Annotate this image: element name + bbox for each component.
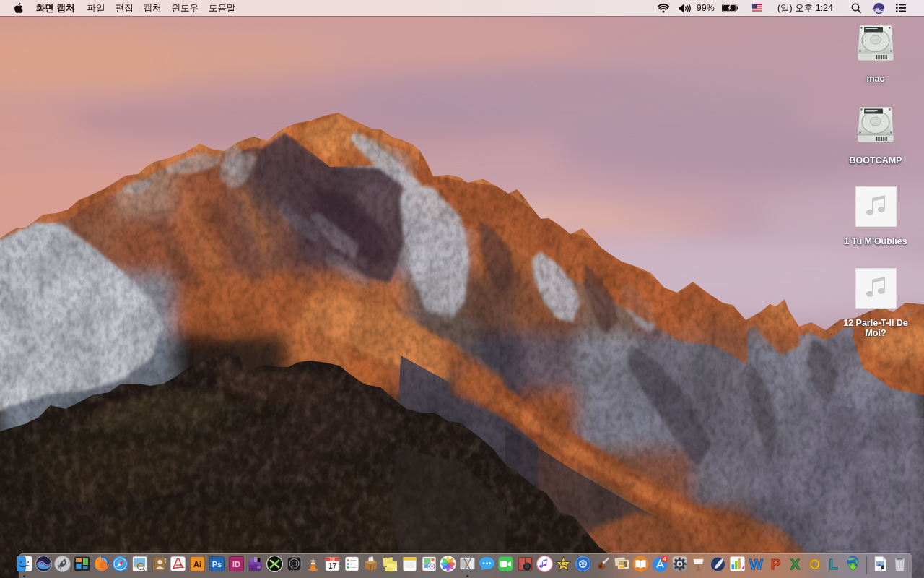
svg-text:O: O (808, 556, 820, 572)
svg-text:Ai: Ai (193, 560, 201, 569)
svg-text:W: W (749, 556, 763, 572)
svg-text:PDF: PDF (879, 568, 883, 571)
svg-text:Ps: Ps (212, 560, 222, 569)
svg-text:ID: ID (232, 560, 240, 569)
svg-text:P: P (771, 556, 780, 572)
svg-text:L: L (829, 556, 838, 572)
svg-text:17: 17 (328, 561, 337, 569)
svg-text:X: X (790, 556, 801, 572)
svg-text:4: 4 (663, 556, 666, 561)
svg-text:6월: 6월 (330, 557, 335, 561)
